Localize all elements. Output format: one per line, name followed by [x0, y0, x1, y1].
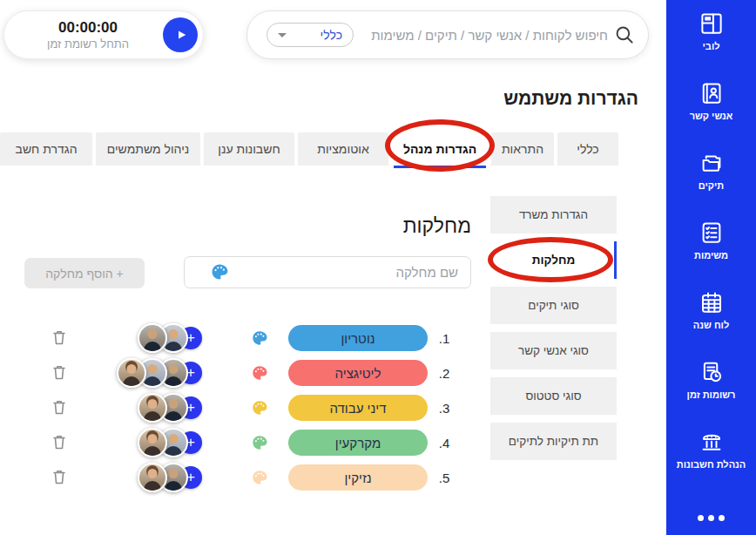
department-name-pill: דיני עבודה — [288, 395, 428, 421]
submenu-item-4[interactable]: סוגי אנשי קשר — [490, 332, 617, 369]
cases-icon — [699, 150, 725, 176]
add-department-button[interactable]: + הוסף מחלקה — [24, 258, 145, 288]
sidebar-item-cases[interactable]: תיקים — [699, 150, 725, 191]
more-dots-icon — [708, 515, 714, 521]
sidebar-item-label: הנהלת חשבונות — [677, 459, 746, 470]
department-number: 2. — [431, 366, 457, 381]
page-title: הגדרות משתמש — [503, 88, 638, 109]
member-avatar — [117, 358, 146, 388]
submenu-item-5[interactable]: סוגי סטטוס — [490, 377, 617, 415]
sidebar-nav: לוביאנשי קשרתיקיםמשימותלוח שנהרשומות זמן… — [666, 0, 756, 535]
avatar-group: + — [138, 463, 202, 492]
palette-icon[interactable] — [251, 399, 268, 416]
department-row: 1.נוטריון+ — [48, 321, 457, 356]
admin-settings-submenu: הגדרות משרדמחלקותסוגי תיקיםסוגי אנשי קשר… — [490, 196, 617, 468]
play-icon — [172, 27, 189, 43]
contacts-icon — [699, 80, 725, 106]
department-name-pill: נזיקין — [288, 464, 428, 491]
department-name-field — [184, 256, 471, 288]
chevron-down-icon — [278, 33, 287, 37]
search-icon — [613, 24, 636, 46]
department-row: 5.נזיקין+ — [48, 460, 457, 495]
sidebar-item-label: לוח שנה — [693, 320, 729, 330]
tab-5[interactable]: חשבונות ענן — [204, 132, 294, 166]
palette-icon[interactable] — [251, 434, 268, 451]
department-number: 4. — [431, 436, 457, 450]
department-number: 5. — [431, 471, 457, 485]
sidebar-item-calendar[interactable]: לוח שנה — [693, 289, 729, 330]
calendar-icon — [699, 289, 725, 315]
sidebar-item-label: לובי — [703, 41, 720, 51]
sidebar-item-label: אנשי קשר — [690, 111, 733, 121]
app-window: 00:00:00 התחל רשומת זמן כללי הגדרות משתמ… — [0, 0, 756, 535]
department-name-pill: מקרקעין — [288, 430, 428, 456]
palette-icon[interactable] — [210, 262, 229, 281]
member-avatar — [138, 393, 167, 423]
more-dots-icon — [698, 515, 704, 521]
timer-widget: 00:00:00 התחל רשומת זמן — [3, 10, 204, 59]
department-name-pill: נוטריון — [288, 325, 428, 351]
sidebar-item-contacts[interactable]: אנשי קשר — [690, 80, 733, 121]
sidebar-item-label: רשומות זמן — [687, 389, 736, 400]
palette-icon[interactable] — [251, 469, 268, 486]
tab-2[interactable]: התראות — [491, 132, 554, 166]
member-avatar — [138, 428, 167, 457]
sidebar-item-lobby[interactable]: לובי — [699, 10, 725, 51]
search-scope-dropdown[interactable]: כללי — [267, 23, 354, 47]
member-avatar — [138, 323, 167, 353]
department-row: 3.דיני עבודה+ — [48, 390, 457, 425]
sidebar-item-label: משימות — [694, 250, 728, 261]
time-records-icon — [699, 359, 725, 385]
delete-department-button[interactable] — [48, 328, 69, 349]
avatar-group: + — [138, 323, 202, 353]
delete-department-button[interactable] — [48, 397, 69, 418]
tasks-icon — [699, 220, 725, 246]
timer-text: 00:00:00 התחל רשומת זמן — [4, 18, 163, 51]
more-dots-icon — [719, 515, 725, 521]
tab-1[interactable]: כללי — [557, 132, 618, 166]
departments-heading: מחלקות — [403, 214, 471, 238]
palette-icon[interactable] — [251, 329, 268, 347]
member-avatar — [138, 463, 167, 492]
timer-value: 00:00:00 — [13, 18, 163, 37]
more-options-button[interactable] — [698, 515, 725, 521]
department-number: 1. — [431, 331, 457, 346]
department-row: 2.ליטיגציה+ — [48, 356, 457, 390]
start-timer-button[interactable] — [163, 17, 198, 52]
sidebar-item-accounting[interactable]: הנהלת חשבונות — [677, 429, 746, 470]
delete-department-button[interactable] — [48, 432, 69, 453]
avatar-group: + — [138, 393, 202, 423]
department-row: 4.מקרקעין+ — [48, 425, 457, 460]
global-search-bar: כללי — [246, 10, 649, 59]
submenu-item-2[interactable]: מחלקות — [490, 241, 617, 279]
tab-6[interactable]: ניהול משתמשים — [96, 132, 200, 166]
submenu-item-1[interactable]: הגדרות משרד — [490, 196, 617, 234]
sidebar-item-tasks[interactable]: משימות — [694, 220, 728, 261]
tab-4[interactable]: אוטומציות — [298, 132, 388, 166]
sidebar-item-time-records[interactable]: רשומות זמן — [687, 359, 736, 400]
delete-department-button[interactable] — [48, 362, 69, 383]
avatar-group: + — [117, 358, 202, 388]
department-name-pill: ליטיגציה — [288, 360, 428, 386]
timer-start-label: התחל רשומת זמן — [13, 37, 163, 51]
submenu-item-6[interactable]: תת תיקיות לתיקים — [490, 423, 617, 460]
accounting-icon — [699, 429, 725, 455]
tab-7[interactable]: הגדרת חשב — [0, 132, 92, 166]
search-input[interactable] — [354, 28, 613, 43]
search-scope-value: כללי — [321, 28, 342, 42]
submenu-item-3[interactable]: סוגי תיקים — [490, 287, 617, 324]
department-number: 3. — [431, 401, 457, 416]
avatar-group: + — [138, 428, 202, 457]
tab-3[interactable]: הגדרות מנהל — [392, 132, 488, 166]
lobby-icon — [699, 10, 725, 37]
delete-department-button[interactable] — [48, 467, 69, 488]
settings-tabs: כלליהתראותהגדרות מנהלאוטומציותחשבונות ענ… — [0, 132, 618, 168]
sidebar-item-label: תיקים — [699, 180, 724, 191]
palette-icon[interactable] — [251, 364, 268, 382]
